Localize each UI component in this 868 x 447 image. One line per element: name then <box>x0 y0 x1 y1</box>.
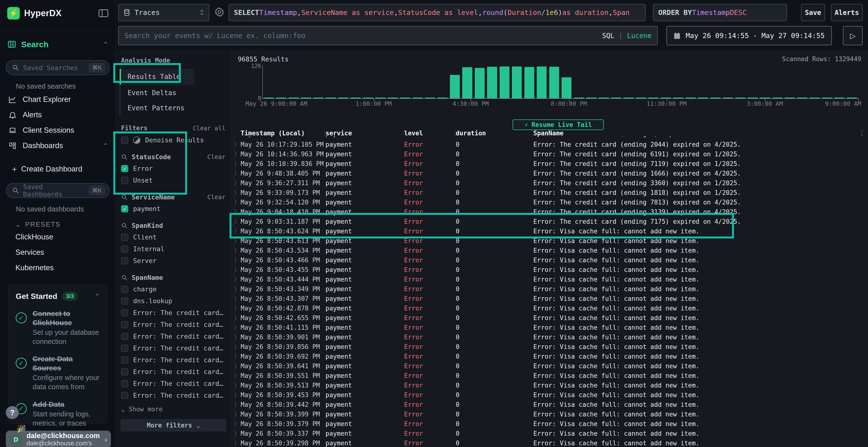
table-row[interactable]: 〉May 26 8:50:43.455 PMpaymentError0Error… <box>231 265 868 275</box>
filter-option[interactable]: dns.lookup <box>116 295 231 307</box>
sql-select-editor[interactable]: SELECT Timestamp, ServiceName as service… <box>228 4 646 21</box>
table-row[interactable]: 〉May 26 8:50:39.337 PMpaymentError0Error… <box>231 429 868 438</box>
row-expand-chevron-icon[interactable]: 〉 <box>231 304 241 313</box>
checkbox-icon[interactable] <box>121 345 128 352</box>
row-expand-chevron-icon[interactable]: 〉 <box>231 136 241 138</box>
column-resize-handle-icon[interactable]: ⋮ <box>322 130 326 136</box>
column-header-spanname[interactable]: SpanName <box>533 130 868 137</box>
row-expand-chevron-icon[interactable]: 〉 <box>231 237 241 245</box>
table-row[interactable]: 〉May 26 8:50:43.534 PMpaymentError0Error… <box>231 246 868 255</box>
row-expand-chevron-icon[interactable]: 〉 <box>231 391 241 399</box>
sidebar-item-services[interactable]: Services <box>0 245 116 260</box>
row-expand-chevron-icon[interactable]: 〉 <box>231 188 241 197</box>
column-header-service[interactable]: service <box>326 130 401 137</box>
sidebar-item-clickhouse[interactable]: ClickHouse <box>0 229 116 245</box>
table-row[interactable]: 〉May 26 8:50:39.856 PMpaymentError0Error… <box>231 342 868 352</box>
table-row[interactable]: 〉May 26 8:50:43.349 PMpaymentError0Error… <box>231 284 868 294</box>
lucene-search-input[interactable]: Search your events w/ Lucene ex. column:… <box>118 26 658 45</box>
analysis-mode-event-patterns[interactable]: Event Patterns <box>120 101 231 115</box>
table-row[interactable]: 〉May 26 8:50:43.444 PMpaymentError0Error… <box>231 275 868 284</box>
table-row[interactable]: 〉May 26 8:50:39.399 PMpaymentError0Error… <box>231 409 868 419</box>
date-range-picker[interactable]: May 26 09:14:55 - May 27 09:14:55 <box>666 26 832 45</box>
row-expand-chevron-icon[interactable]: 〉 <box>231 420 241 428</box>
save-button[interactable]: Save <box>801 4 825 21</box>
checkbox-icon[interactable] <box>121 205 128 212</box>
table-row[interactable]: 〉May 26 8:50:43.613 PMpaymentError0Error… <box>231 236 868 246</box>
checkbox-icon[interactable] <box>121 298 128 305</box>
mode-lucene-toggle[interactable]: Lucene <box>627 32 651 40</box>
table-row[interactable]: 〉May 26 10:14:36.963 PMpaymentError0Erro… <box>231 149 868 159</box>
filter-option[interactable]: Server <box>116 255 231 267</box>
filter-option[interactable]: payment <box>116 203 231 215</box>
table-row[interactable]: 〉May 26 8:50:39.641 PMpaymentError0Error… <box>231 361 868 371</box>
checkbox-icon[interactable] <box>121 368 128 375</box>
order-by-editor[interactable]: ORDER BY Timestamp DESC <box>653 4 787 21</box>
row-expand-chevron-icon[interactable]: 〉 <box>231 343 241 351</box>
table-row[interactable]: 〉May 26 8:50:39.453 PMpaymentError0Error… <box>231 390 868 400</box>
get-started-item[interactable]: ✓Add DataStart sending logs, metrics, or… <box>16 400 100 428</box>
table-row[interactable]: 〉May 26 10:10:39.836 PMpaymentError0Erro… <box>231 159 868 169</box>
filter-option[interactable]: charge <box>116 283 231 295</box>
saved-dashboards-input[interactable]: Saved Dashboards ⌘K <box>6 183 110 198</box>
table-row[interactable]: 〉May 26 8:50:39.513 PMpaymentError0Error… <box>231 381 868 390</box>
filter-option[interactable]: Error: The credit card … <box>116 378 231 389</box>
row-expand-chevron-icon[interactable]: 〉 <box>231 410 241 419</box>
table-row[interactable]: 〉May 26 9:48:38.405 PMpaymentError0Error… <box>231 169 868 178</box>
filter-option[interactable]: Error: The credit card … <box>116 342 231 354</box>
filter-option[interactable]: Internal <box>116 243 231 255</box>
row-expand-chevron-icon[interactable]: 〉 <box>231 275 241 284</box>
sidebar-item-alerts[interactable]: Alerts <box>0 107 116 123</box>
table-row[interactable]: 〉May 26 8:50:39.442 PMpaymentError0Error… <box>231 400 868 409</box>
analysis-mode-event-deltas[interactable]: Event Deltas <box>120 86 231 100</box>
get-started-item[interactable]: ✓Connect to ClickHouseSet up your databa… <box>16 309 100 346</box>
table-row[interactable]: 〉May 26 8:50:39.901 PMpaymentError0Error… <box>231 332 868 342</box>
table-row[interactable]: 〉May 26 8:50:42.655 PMpaymentError0Error… <box>231 313 868 323</box>
table-row[interactable]: 〉May 26 9:33:09.173 PMpaymentError0Error… <box>231 188 868 198</box>
row-expand-chevron-icon[interactable]: 〉 <box>231 150 241 159</box>
row-expand-chevron-icon[interactable]: 〉 <box>231 266 241 274</box>
row-expand-chevron-icon[interactable]: 〉 <box>231 429 241 438</box>
row-expand-chevron-icon[interactable]: 〉 <box>231 169 241 178</box>
checkbox-icon[interactable] <box>121 333 128 340</box>
denoise-results-checkbox[interactable]: Denoise Results <box>116 134 231 146</box>
table-row[interactable]: 〉May 26 8:50:43.307 PMpaymentError0Error… <box>231 294 868 304</box>
column-resize-handle-icon[interactable]: ⋮ <box>530 130 533 136</box>
table-row[interactable]: 〉May 26 8:50:39.298 PMpaymentError0Error… <box>231 438 868 447</box>
source-select[interactable]: Traces <box>118 4 209 21</box>
table-row[interactable]: 〉May 26 8:50:42.878 PMpaymentError0Error… <box>231 304 868 313</box>
more-filters-button[interactable]: More filters ⌄ <box>121 419 227 432</box>
row-expand-chevron-icon[interactable]: 〉 <box>231 439 241 447</box>
alerts-button[interactable]: Alerts <box>831 4 863 21</box>
chevron-up-icon[interactable]: ⌃ <box>103 41 108 48</box>
row-expand-chevron-icon[interactable]: 〉 <box>231 314 241 322</box>
table-row[interactable]: 〉May 26 8:50:39.692 PMpaymentError0Error… <box>231 352 868 361</box>
table-row[interactable]: 〉May 26 10:…paymentError0Error: The cred… <box>231 136 868 140</box>
column-header-level[interactable]: level <box>404 130 452 137</box>
row-expand-chevron-icon[interactable]: 〉 <box>231 140 241 149</box>
column-header-duration[interactable]: duration <box>456 130 530 137</box>
checkbox-icon[interactable] <box>121 177 128 184</box>
sidebar-item-kubernetes[interactable]: Kubernetes <box>0 260 116 276</box>
table-row[interactable]: 〉May 26 8:50:39.379 PMpaymentError0Error… <box>231 419 868 429</box>
table-row[interactable]: 〉May 26 9:36:27.311 PMpaymentError0Error… <box>231 178 868 188</box>
sidebar-item-search[interactable]: Search ⌃ <box>0 36 116 53</box>
mode-sql-toggle[interactable]: SQL <box>602 32 614 40</box>
get-started-item[interactable]: ✓Create Data SourcesConfigure where your… <box>16 354 100 391</box>
table-row[interactable]: 〉May 26 9:04:18.410 PMpaymentError0Error… <box>231 207 868 217</box>
sidebar-item-client-sessions[interactable]: Client Sessions <box>0 123 116 138</box>
table-row[interactable]: 〉May 26 10:17:29.105 PMpaymentError0Erro… <box>231 140 868 149</box>
filter-option[interactable]: Error: The credit card … <box>116 331 231 342</box>
analysis-mode-results-table[interactable]: Results Table <box>120 69 195 84</box>
row-expand-chevron-icon[interactable]: 〉 <box>231 217 241 226</box>
table-row[interactable]: 〉May 26 8:50:41.115 PMpaymentError0Error… <box>231 323 868 332</box>
show-more-button[interactable]: ⌄ Show more <box>116 401 231 413</box>
clear-filter-button[interactable]: Clear <box>207 194 225 201</box>
checkbox-icon[interactable] <box>121 380 128 387</box>
user-menu[interactable]: D dale@clickhouse.com dale@clickhouse.co… <box>6 431 111 447</box>
table-row[interactable]: 〉May 26 8:50:43.624 PMpaymentError0Error… <box>231 227 868 236</box>
filter-option[interactable]: Error: The credit card … <box>116 366 231 378</box>
checkbox-icon[interactable] <box>121 137 128 144</box>
clear-filter-button[interactable]: Clear <box>207 153 225 161</box>
sidebar-item-chart-explorer[interactable]: Chart Explorer <box>0 92 116 107</box>
row-expand-chevron-icon[interactable]: 〉 <box>231 208 241 216</box>
